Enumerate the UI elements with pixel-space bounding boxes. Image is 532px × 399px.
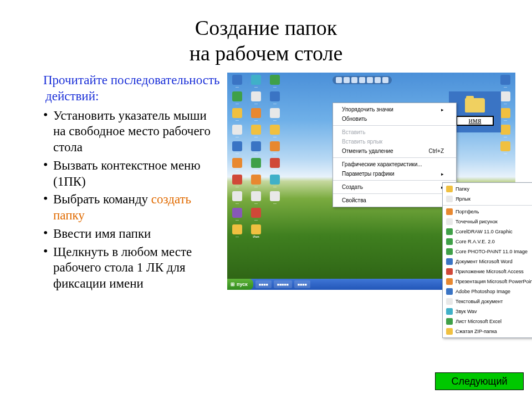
submenu-briefcase[interactable]: Портфель xyxy=(443,207,532,217)
submenu-rave[interactable]: Core R.A.V.E. 2.0 xyxy=(443,237,532,247)
qbtn-icon[interactable] xyxy=(367,77,373,83)
desktop-icon[interactable]: — xyxy=(248,75,264,89)
submenu-ppt[interactable]: Презентация Microsoft PowerPoint xyxy=(443,277,532,287)
menu-create[interactable]: Создать▸ xyxy=(333,182,456,192)
submenu-txt[interactable]: Текстовый документ xyxy=(443,296,532,306)
submenu-mdb[interactable]: Приложение Microsoft Access xyxy=(443,267,532,277)
submenu-doc[interactable]: Документ Microsoft Word xyxy=(443,257,532,267)
menu-undo-delete[interactable]: Отменить удаление Ctrl+Z xyxy=(333,146,456,156)
qbtn-icon[interactable] xyxy=(336,77,342,83)
desktop-icon[interactable]: — xyxy=(267,175,283,188)
desktop-icon[interactable]: — xyxy=(248,208,264,222)
submenu-xls[interactable]: Лист Microsoft Excel xyxy=(443,316,532,326)
menu-undo-hotkey: Ctrl+Z xyxy=(429,148,444,154)
submenu-folder[interactable]: Папку xyxy=(443,184,532,194)
briefcase-icon xyxy=(446,208,453,215)
menu-paste: Вставить xyxy=(333,127,456,137)
wav-icon xyxy=(446,308,453,315)
desktop-icon[interactable]: — xyxy=(229,75,245,89)
desktop-icon[interactable]: — xyxy=(267,91,283,105)
title-line-2: на рабочем столе xyxy=(190,42,343,65)
desktop-icon[interactable]: — xyxy=(267,75,283,89)
desktop-icon[interactable]: — xyxy=(229,108,245,122)
folder-icon xyxy=(446,186,453,192)
desktop-icon[interactable]: — xyxy=(229,191,245,205)
desktop-icon[interactable]: — xyxy=(248,158,264,172)
menu-paste-shortcut: Вставить ярлык xyxy=(333,137,456,146)
qbtn-icon[interactable] xyxy=(359,77,365,83)
screenshot-area: — — — — — — — — — — — — — — — — xyxy=(222,73,521,294)
desktop-icon[interactable]: — xyxy=(248,141,264,155)
photoshop-icon xyxy=(446,288,453,295)
desktop-icons-left: — — — — — — — — — — — — — — — — xyxy=(229,75,283,238)
create-submenu[interactable]: Папку Ярлык Портфель Точечный рисунок Co… xyxy=(442,182,532,338)
new-folder-rename[interactable]: имя xyxy=(449,91,501,132)
title-line-1: Создание папок xyxy=(195,16,337,39)
slide-title: Создание папок на рабочем столе xyxy=(0,0,532,66)
submenu-zip[interactable]: Сжатая ZIP-папка xyxy=(443,326,532,336)
menu-graphics-props[interactable]: Графические характеристики... xyxy=(333,160,456,169)
desktop-icon[interactable]: — xyxy=(267,158,283,172)
windows-desktop[interactable]: — — — — — — — — — — — — — — — — xyxy=(227,73,515,290)
step-1: Установить указатель мыши на свободное м… xyxy=(43,108,222,156)
coreldraw-icon xyxy=(446,228,453,235)
steps-list: Установить указатель мыши на свободное м… xyxy=(43,108,222,292)
qbtn-icon[interactable] xyxy=(375,77,381,83)
step-5: Щелкнуть в любом месте рабочего стола 1 … xyxy=(43,244,222,292)
desktop-icon[interactable]: — xyxy=(229,224,245,238)
rave-icon xyxy=(446,238,453,245)
desktop-icon[interactable]: — xyxy=(267,108,283,122)
desktop-icon[interactable]: — xyxy=(229,208,245,222)
word-icon xyxy=(446,258,453,265)
qbtn-icon[interactable] xyxy=(382,77,388,83)
quick-launch-bar[interactable] xyxy=(332,76,392,84)
qbtn-icon[interactable] xyxy=(351,77,357,83)
submenu-shortcut[interactable]: Ярлык xyxy=(443,194,532,204)
desktop-icon[interactable]: Имя xyxy=(248,224,264,238)
desktop-icon[interactable]: — xyxy=(267,191,283,205)
desktop-icon[interactable]: — xyxy=(498,141,513,155)
desktop-icon[interactable]: — xyxy=(229,91,245,105)
desktop-icon[interactable]: — xyxy=(229,158,245,172)
desktop-icon[interactable]: — xyxy=(229,175,245,188)
shortcut-icon xyxy=(446,196,453,202)
desktop-icon[interactable]: — xyxy=(229,141,245,155)
desktop-icon[interactable]: — xyxy=(248,175,264,188)
instruction-text: Прочитайте последовательность действий: … xyxy=(0,73,222,294)
next-button[interactable]: Следующий xyxy=(435,372,524,390)
submenu-wav[interactable]: Звук Wav xyxy=(443,306,532,316)
taskbar-button[interactable]: ■■■■ xyxy=(255,280,272,288)
folder-name-input[interactable]: имя xyxy=(456,116,494,126)
submenu-psd[interactable]: Adobe Photoshop Image xyxy=(443,287,532,296)
submenu-cpt[interactable]: Core PHOTO-PAINT 11.0 Image xyxy=(443,247,532,257)
zip-icon xyxy=(446,328,453,335)
menu-graphics-params[interactable]: Параметры графики▸ xyxy=(333,169,456,178)
access-icon xyxy=(446,268,453,275)
step-3: Выбрать команду создать папку xyxy=(43,192,222,224)
desktop-icon[interactable]: — xyxy=(229,125,245,139)
desktop-icon[interactable]: — xyxy=(267,125,283,139)
desktop-icon[interactable]: — xyxy=(248,108,264,122)
start-icon: ⊞ xyxy=(231,282,235,287)
menu-refresh[interactable]: Обновить xyxy=(333,114,456,124)
excel-icon xyxy=(446,318,453,325)
submenu-bmp[interactable]: Точечный рисунок xyxy=(443,217,532,227)
menu-properties[interactable]: Свойства xyxy=(333,196,456,205)
desktop-icon[interactable]: — xyxy=(248,191,264,205)
desktop-icon[interactable]: — xyxy=(248,91,264,105)
qbtn-icon[interactable] xyxy=(344,77,350,83)
desktop-icon[interactable]: — xyxy=(248,125,264,139)
start-button[interactable]: ⊞ пуск xyxy=(227,279,253,290)
desktop-context-menu[interactable]: Упорядочить значки▸ Обновить Вставить Вс… xyxy=(332,103,457,207)
desktop-icon[interactable]: — xyxy=(267,141,283,155)
bitmap-icon xyxy=(446,218,453,225)
taskbar-button[interactable]: ■■■■ xyxy=(294,280,310,288)
folder-icon xyxy=(465,98,485,112)
menu-arrange-icons[interactable]: Упорядочить значки▸ xyxy=(333,105,456,114)
powerpoint-icon xyxy=(446,278,453,285)
desktop-icon[interactable]: — xyxy=(498,75,513,89)
taskbar-button[interactable]: ■■■■■ xyxy=(274,280,292,288)
submenu-cdr[interactable]: CorelDRAW 11.0 Graphic xyxy=(443,227,532,237)
intro-text: Прочитайте последовательность действий: xyxy=(43,73,222,105)
photopaint-icon xyxy=(446,248,453,255)
